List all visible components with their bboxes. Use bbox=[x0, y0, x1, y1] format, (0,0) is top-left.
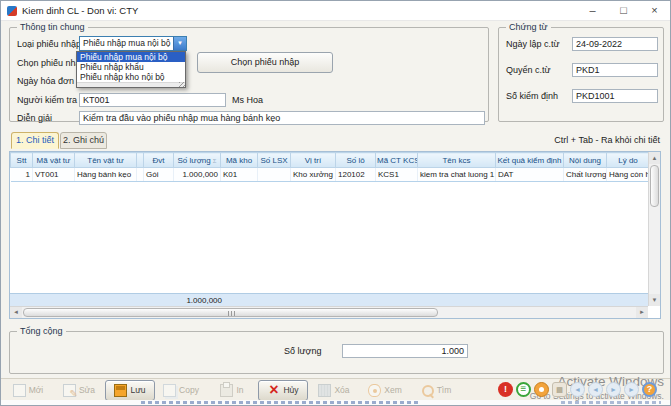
tab-chi-tiet[interactable]: 1. Chi tiết bbox=[11, 132, 59, 149]
magnifier-icon bbox=[421, 384, 434, 397]
col-header-so-lsx[interactable]: Số LSX bbox=[258, 153, 291, 168]
dropdown-footer bbox=[77, 82, 185, 87]
save-button[interactable]: Lưu bbox=[105, 380, 155, 401]
total-so-luong-label: Số lượng bbox=[284, 346, 321, 356]
notes-icon[interactable]: ▤ bbox=[552, 382, 567, 397]
dropdown-option[interactable]: Phiếu nhập mua nội bộ bbox=[77, 52, 185, 62]
scroll-right-icon[interactable]: ► bbox=[636, 307, 648, 318]
cell-stt[interactable]: 1 bbox=[11, 168, 33, 182]
save-folder-icon bbox=[114, 384, 127, 397]
cell-ten-kcs[interactable]: kiem tra chat luong 1 bbox=[418, 168, 496, 182]
dien-giai-label: Diễn giải bbox=[17, 113, 52, 123]
col-header-ten-vat-tu[interactable]: Tên vật tư bbox=[75, 153, 137, 168]
ngay-hoa-don-label: Ngày hóa đơn bbox=[17, 76, 74, 86]
edit-button[interactable]: Sửa bbox=[54, 380, 104, 401]
nguoi-kiem-tra-input[interactable]: KT001 bbox=[79, 93, 226, 107]
cell-dvt[interactable]: Gói bbox=[144, 168, 174, 182]
col-header-ten-kcs[interactable]: Tên kcs bbox=[418, 153, 496, 168]
nav-first-icon[interactable]: ◄ bbox=[570, 382, 585, 397]
nav-last-icon[interactable]: ► bbox=[624, 382, 639, 397]
col-header-ket-qua[interactable]: Kết quả kiểm định bbox=[496, 153, 564, 168]
error-icon[interactable]: ! bbox=[498, 382, 513, 397]
new-button[interactable]: Mới bbox=[3, 380, 53, 401]
chevron-down-icon[interactable]: ▼ bbox=[173, 37, 186, 50]
grid-header-row: Stt Mã vật tư Tên vật tư Đvt Số lượngΣ M… bbox=[11, 153, 650, 168]
cancel-x-icon: × bbox=[267, 384, 280, 397]
list-icon[interactable]: ≡ bbox=[516, 382, 531, 397]
chungtu-group: Chứng từ Ngày lập c.từ 24-09-2022 Quyển … bbox=[498, 27, 664, 122]
app-icon bbox=[7, 6, 17, 16]
scroll-left-icon[interactable]: ◄ bbox=[10, 307, 22, 318]
nav-next-icon[interactable]: ► bbox=[606, 382, 621, 397]
eye-icon bbox=[368, 384, 381, 397]
close-button[interactable]: × bbox=[639, 1, 670, 21]
grid-summary-row: 1.000,000 bbox=[10, 293, 648, 306]
col-header-stt[interactable]: Stt bbox=[11, 153, 33, 168]
loai-phieu-nhap-combobox[interactable]: Phiếu nhập mua nội bộ ▼ bbox=[79, 36, 187, 51]
col-header-ma-ct-kcs[interactable]: Mã CT KCS bbox=[376, 153, 418, 168]
window-title: Kiem dinh CL - Don vi: CTY bbox=[22, 5, 138, 16]
col-header-noi-dung[interactable]: Nội dung bbox=[564, 153, 607, 168]
general-info-group-title: Thông tin chung bbox=[17, 22, 88, 32]
resize-grip-icon[interactable] bbox=[179, 82, 185, 87]
quyen-ctu-input[interactable]: PKD1 bbox=[572, 63, 658, 77]
scroll-down-icon[interactable]: ▼ bbox=[649, 294, 660, 306]
total-so-luong-input[interactable]: 1.000 bbox=[342, 344, 468, 358]
grid-table: Stt Mã vật tư Tên vật tư Đvt Số lượngΣ M… bbox=[10, 152, 650, 182]
cell-so-lo[interactable]: 120102 bbox=[336, 168, 376, 182]
help-icon[interactable]: ? bbox=[642, 382, 657, 397]
printer-icon bbox=[220, 384, 233, 397]
minimize-button[interactable]: – bbox=[577, 1, 608, 21]
cell-ma-ct-kcs[interactable]: KCS1 bbox=[376, 168, 418, 182]
cell-so-lsx[interactable] bbox=[258, 168, 291, 182]
so-kiem-dinh-input[interactable]: PKD1001 bbox=[572, 89, 658, 103]
cell-ma-kho[interactable]: K01 bbox=[221, 168, 258, 182]
print-button[interactable]: In bbox=[207, 380, 257, 401]
cell-ten-vat-tu[interactable]: Hàng bánh kẹo bbox=[75, 168, 137, 182]
col-header-ly-do[interactable]: Lý do bbox=[607, 153, 650, 168]
nav-prev-icon[interactable]: ◄ bbox=[588, 382, 603, 397]
delete-button[interactable]: Xóa bbox=[309, 380, 359, 401]
col-header-so-lo[interactable]: Số lô bbox=[336, 153, 376, 168]
cell-vi-tri[interactable]: Kho xưởng bbox=[291, 168, 336, 182]
ngay-lap-ctu-input[interactable]: 24-09-2022 bbox=[572, 37, 658, 51]
gear-icon[interactable] bbox=[534, 382, 549, 397]
title-bar[interactable]: Kiem dinh CL - Don vi: CTY – □ × bbox=[1, 1, 670, 21]
nguoi-kiem-tra-name: Ms Hoa bbox=[232, 95, 263, 105]
maximize-button[interactable]: □ bbox=[608, 1, 639, 21]
sort-indicator-icon: Σ bbox=[213, 158, 217, 164]
status-icon-bar: ! ≡ ▤ ◄ ◄ ► ► ? bbox=[498, 382, 657, 397]
scroll-grip-icon bbox=[228, 311, 235, 316]
dropdown-option[interactable]: Phiếu nhập khẩu bbox=[77, 62, 185, 72]
col-header-ma-kho[interactable]: Mã kho bbox=[221, 153, 258, 168]
col-header-ma-vat-tu[interactable]: Mã vật tư bbox=[33, 153, 75, 168]
app-window: Kiem dinh CL - Don vi: CTY – □ × Thông t… bbox=[0, 0, 671, 406]
copy-icon bbox=[163, 384, 176, 397]
vertical-scrollbar[interactable]: ▲ ▼ bbox=[648, 152, 660, 306]
table-row[interactable]: 1 VT001 Hàng bánh kẹo Gói 1.000,000 K01 … bbox=[11, 168, 650, 182]
tab-ghi-chu[interactable]: 2. Ghi chú bbox=[60, 132, 107, 149]
find-button[interactable]: Tìm bbox=[411, 380, 461, 401]
combobox-value: Phiếu nhập mua nội bộ bbox=[80, 37, 173, 50]
cell-ket-qua[interactable]: DAT bbox=[496, 168, 564, 182]
col-header-vi-tri[interactable]: Vị trí bbox=[291, 153, 336, 168]
cell-noi-dung[interactable]: Chất lượng đạt bbox=[564, 168, 607, 182]
scroll-up-icon[interactable]: ▲ bbox=[649, 152, 660, 164]
cell-ly-do[interactable]: Hàng còn hạn bbox=[607, 168, 650, 182]
view-button[interactable]: Xem bbox=[360, 380, 410, 401]
chon-phieu-nhap-button[interactable]: Chọn phiếu nhập bbox=[197, 52, 333, 73]
dropdown-option[interactable]: Phiếu nhập kho nội bộ bbox=[77, 72, 185, 82]
so-kiem-dinh-label: Số kiểm định bbox=[506, 91, 558, 101]
vscroll-thumb[interactable] bbox=[650, 165, 659, 207]
copy-button[interactable]: Copy bbox=[156, 380, 206, 401]
edit-pencil-icon bbox=[63, 384, 76, 397]
cancel-button[interactable]: ×Hủy bbox=[258, 380, 308, 401]
cell-so-luong[interactable]: 1.000,000 bbox=[174, 168, 221, 182]
hscroll-thumb[interactable] bbox=[23, 308, 438, 317]
total-group: Tổng cộng Số lượng 1.000 bbox=[9, 331, 664, 374]
horizontal-scrollbar[interactable]: ◄ ► bbox=[10, 306, 648, 318]
col-header-dvt[interactable]: Đvt bbox=[144, 153, 174, 168]
dien-giai-input[interactable]: Kiểm tra đầu vào phiếu nhập mua hàng bán… bbox=[79, 111, 485, 125]
cell-ma-vat-tu[interactable]: VT001 bbox=[33, 168, 75, 182]
col-header-so-luong[interactable]: Số lượngΣ bbox=[174, 153, 221, 168]
